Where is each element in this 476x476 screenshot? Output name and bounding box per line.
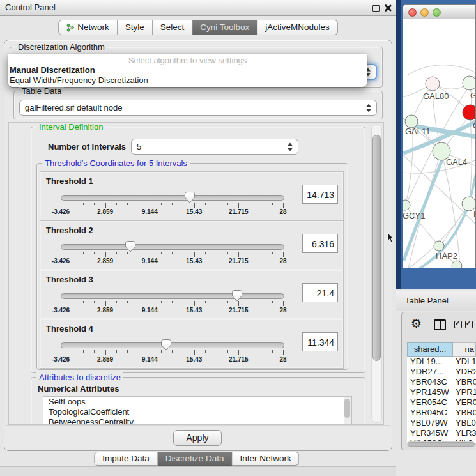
- tab-jactive-label: jActiveMNodules: [265, 22, 330, 32]
- tab-cyni-toolbox[interactable]: Cyni Toolbox: [192, 20, 257, 35]
- threshold-3-slider[interactable]: [61, 293, 284, 299]
- attributes-group: Attributes to discretize Numerical Attri…: [31, 377, 365, 425]
- zoom-traffic-light-icon[interactable]: [433, 8, 441, 17]
- table-row[interactable]: YBL079WYBL0: [407, 418, 476, 428]
- tab-impute-data[interactable]: Impute Data: [94, 452, 158, 466]
- algorithm-dropdown-popup: Select algorithm to view settings Manual…: [8, 54, 367, 87]
- network-window-frame[interactable]: GAL80 G. C GAL11 GAL4 GCY1 H HAP2: [396, 0, 476, 289]
- algorithm-popup-hint[interactable]: Select algorithm to view settings: [8, 56, 367, 65]
- cell[interactable]: YPR145W: [407, 387, 453, 397]
- node[interactable]: [463, 76, 476, 90]
- node-label: C: [473, 121, 476, 130]
- close-traffic-light-icon[interactable]: [408, 8, 417, 17]
- table-row[interactable]: YER054CYER0: [407, 397, 476, 408]
- threshold-2-label: Threshold 2: [46, 226, 93, 235]
- tab-jactivemnodules[interactable]: jActiveMNodules: [257, 20, 338, 35]
- cell[interactable]: YBL079W: [407, 418, 453, 428]
- float-window-icon[interactable]: [372, 5, 380, 12]
- column-header-shared-name[interactable]: shared...: [407, 342, 453, 357]
- minimize-traffic-light-icon[interactable]: [420, 8, 429, 17]
- tab-select[interactable]: Select: [153, 20, 193, 35]
- threshold-2-value[interactable]: 6.316: [302, 234, 338, 253]
- threshold-3-value[interactable]: 21.4: [302, 283, 338, 302]
- cell[interactable]: YLR3: [453, 428, 476, 438]
- list-scrollbar[interactable]: [344, 397, 351, 424]
- slider-scale-labels: -3.4262.8599.14415.4321.71528: [61, 356, 283, 364]
- tab-infer-network[interactable]: Infer Network: [232, 452, 299, 466]
- slider-thumb[interactable]: [161, 339, 171, 351]
- list-item[interactable]: BetweennessCentrality: [43, 417, 351, 425]
- table-header-row: shared... na: [407, 342, 476, 357]
- cell[interactable]: YDR2: [453, 367, 476, 377]
- scrollbar-thumb[interactable]: [408, 442, 475, 447]
- list-item[interactable]: SelfLoops: [43, 397, 351, 407]
- node-gcy1[interactable]: [403, 200, 410, 210]
- node-red-selected[interactable]: [463, 105, 476, 120]
- table-data-group-title: Table Data: [19, 86, 64, 96]
- threshold-1-value[interactable]: 14.713: [302, 185, 338, 204]
- number-of-intervals-combobox[interactable]: 5: [131, 139, 298, 155]
- table-panel-title: Table Panel: [405, 296, 449, 305]
- cell[interactable]: YLR345W: [407, 428, 453, 438]
- table-data-combobox[interactable]: galFiltered.sif default node: [19, 100, 377, 116]
- interval-definition-title: Interval Definition: [36, 122, 105, 132]
- checked-checkbox-icon[interactable]: [465, 321, 473, 328]
- network-canvas[interactable]: GAL80 G. C GAL11 GAL4 GCY1 H HAP2: [403, 19, 475, 268]
- split-pane-icon[interactable]: [434, 319, 446, 330]
- network-window-titlebar[interactable]: [403, 5, 475, 20]
- table-panel-body: ⚙ shared... na YDL19...YDL1 YDR27...YDR2…: [401, 312, 476, 450]
- tab-discretize-data[interactable]: Discretize Data: [158, 452, 233, 466]
- node-gal80[interactable]: [426, 77, 440, 91]
- column-header-name[interactable]: na: [453, 342, 476, 357]
- cell[interactable]: YER0: [453, 397, 476, 408]
- node-label: GAL80: [423, 91, 449, 101]
- checked-checkbox-icon[interactable]: [454, 321, 462, 328]
- threshold-1-slider[interactable]: [61, 195, 284, 201]
- slider-thumb[interactable]: [185, 192, 195, 203]
- cell[interactable]: YDL1: [453, 357, 476, 367]
- cell[interactable]: YBR043C: [407, 377, 453, 387]
- apply-button[interactable]: Apply: [173, 430, 222, 446]
- cell[interactable]: YPR1: [453, 387, 476, 397]
- table-row[interactable]: YDL19...YDL1: [407, 357, 476, 367]
- threshold-4-slider[interactable]: [61, 342, 284, 348]
- settings-vertical-scrollbar[interactable]: [371, 124, 382, 423]
- node-gal11[interactable]: [405, 115, 418, 128]
- threshold-3-label: Threshold 3: [46, 275, 93, 284]
- table-row[interactable]: YDR27...YDR2: [407, 367, 476, 377]
- table-row[interactable]: YLR345WYLR3: [407, 428, 476, 438]
- list-item[interactable]: TopologicalCoefficient: [43, 407, 351, 417]
- table-row[interactable]: YBR043CYBR0: [407, 377, 476, 387]
- tab-network-label: Network: [77, 22, 109, 32]
- node[interactable]: [452, 261, 462, 268]
- algorithm-option-equal-width[interactable]: Equal Width/Frequency Discretization: [8, 75, 367, 86]
- cell[interactable]: YBR0: [453, 377, 476, 387]
- numerical-attributes-list[interactable]: SelfLoops TopologicalCoefficient Between…: [43, 396, 352, 425]
- node-label: H: [473, 209, 476, 219]
- algorithm-option-manual[interactable]: Manual Discretization: [8, 65, 367, 75]
- cell[interactable]: YDL19...: [407, 357, 453, 367]
- cell[interactable]: YBR0: [453, 408, 476, 418]
- table-row[interactable]: YBR045CYBR0: [407, 408, 476, 418]
- cell[interactable]: YBL0: [453, 418, 476, 428]
- scrollbar-thumb[interactable]: [372, 135, 381, 361]
- threshold-4-value[interactable]: 11.344: [302, 332, 338, 351]
- cell[interactable]: YER054C: [407, 397, 453, 408]
- gear-icon[interactable]: ⚙: [411, 318, 422, 330]
- tab-style[interactable]: Style: [118, 20, 153, 35]
- node-hap2[interactable]: [434, 241, 444, 251]
- cell[interactable]: YDR27...: [407, 367, 453, 377]
- close-icon[interactable]: [384, 4, 391, 12]
- cell[interactable]: YBR045C: [407, 408, 453, 418]
- slider-thumb[interactable]: [125, 241, 135, 252]
- table-row[interactable]: YPR145WYPR1: [407, 387, 476, 397]
- threshold-2-slider[interactable]: [61, 244, 284, 250]
- threshold-4-label: Threshold 4: [46, 324, 93, 334]
- slider-thumb[interactable]: [232, 290, 242, 302]
- mouse-cursor: [387, 233, 394, 243]
- slider-ticks: [61, 301, 283, 306]
- tab-network[interactable]: Network: [58, 20, 118, 35]
- network-icon: [66, 23, 74, 32]
- network-nodes[interactable]: [403, 76, 476, 268]
- table-horizontal-scrollbar[interactable]: [407, 441, 475, 447]
